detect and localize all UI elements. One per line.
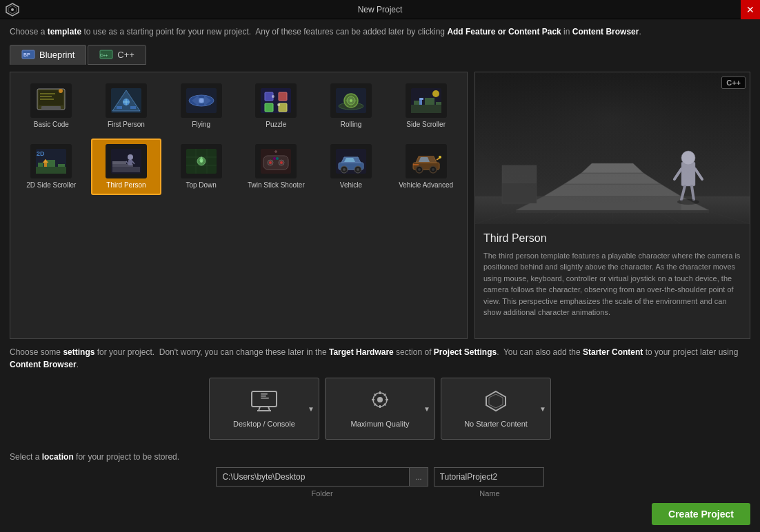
settings-card-no-content[interactable]: No Starter Content ▼	[441, 378, 551, 440]
titlebar-title: New Project	[358, 5, 403, 14]
svg-point-32	[272, 95, 274, 98]
template-icon-basic-code	[30, 83, 72, 118]
svg-rect-29	[279, 92, 287, 101]
create-project-button[interactable]: Create Project	[652, 503, 750, 525]
template-item-flying[interactable]: Flying	[166, 78, 237, 134]
quality-icon	[366, 390, 394, 417]
template-icon-twin-stick	[255, 144, 297, 178]
location-section: Select a location for your project to be…	[10, 452, 750, 498]
template-label-side-scroller: Side Scroller	[406, 121, 446, 129]
preview-title: Third Person	[483, 232, 741, 245]
svg-rect-132	[261, 398, 269, 399]
template-item-rolling[interactable]: Rolling	[316, 78, 387, 134]
template-item-side-scroller[interactable]: Side Scroller	[390, 78, 461, 134]
location-description: Select a location for your project to be…	[10, 452, 750, 462]
svg-marker-144	[489, 394, 503, 408]
template-icon-first-person	[106, 83, 147, 118]
svg-point-142	[377, 397, 383, 402]
svg-text:C++: C++	[100, 53, 108, 57]
project-name-input[interactable]	[434, 467, 544, 487]
svg-rect-42	[411, 105, 441, 113]
template-item-puzzle[interactable]: Puzzle	[241, 78, 312, 134]
template-label-top-down: Top Down	[186, 181, 216, 190]
template-icon-2d-side-scroller: 2D	[30, 144, 72, 178]
template-item-2d-side-scroller[interactable]: 2D 2D Side Scroller	[16, 139, 87, 195]
location-labels: Folder Name	[10, 489, 750, 498]
svg-point-48	[432, 90, 439, 97]
tab-blueprint-label: Blueprint	[39, 50, 74, 60]
template-grid: Basic Code	[16, 78, 461, 195]
svg-rect-51	[38, 163, 43, 167]
titlebar: New Project ✕	[0, 0, 760, 19]
template-icon-puzzle	[255, 83, 297, 118]
template-item-vehicle-advanced[interactable]: Vehicle Advanced	[390, 139, 461, 195]
settings-description: Choose some settings for your project. D…	[10, 346, 750, 371]
svg-point-91	[357, 168, 359, 171]
settings-card-quality[interactable]: Maximum Quality ▼	[325, 378, 435, 440]
template-grid-container[interactable]: Basic Code	[10, 72, 468, 339]
svg-point-98	[418, 168, 421, 171]
folder-path-input[interactable]	[216, 467, 409, 487]
svg-point-101	[439, 156, 441, 158]
template-item-vehicle[interactable]: Vehicle	[316, 139, 387, 195]
folder-label: Folder	[215, 489, 429, 498]
settings-cards: Desktop / Console ▼	[10, 378, 750, 440]
svg-rect-130	[261, 393, 268, 395]
name-label: Name	[434, 489, 545, 498]
svg-rect-102	[413, 164, 419, 165]
template-label-vehicle: Vehicle	[340, 181, 362, 190]
svg-point-99	[432, 168, 434, 171]
tab-cpp[interactable]: C++ C++	[88, 45, 146, 65]
svg-point-61	[128, 154, 133, 160]
template-item-twin-stick[interactable]: Twin Stick Shooter	[241, 139, 312, 195]
svg-rect-47	[419, 98, 423, 100]
template-label-third-person: Third Person	[106, 181, 146, 190]
template-item-third-person[interactable]: Third Person	[91, 139, 162, 195]
svg-point-78	[269, 161, 272, 164]
template-label-2d-side-scroller: 2D Side Scroller	[26, 181, 76, 190]
template-icon-top-down	[181, 144, 222, 178]
svg-text:2D: 2D	[37, 150, 45, 157]
svg-rect-44	[425, 98, 434, 105]
svg-point-26	[199, 99, 203, 103]
svg-rect-131	[261, 396, 266, 397]
template-item-basic-code[interactable]: Basic Code	[16, 78, 87, 134]
template-icon-third-person	[106, 144, 147, 178]
no-content-icon	[482, 390, 510, 417]
description-line: Choose a template to use as a starting p…	[10, 26, 750, 38]
settings-card-no-content-label: No Starter Content	[464, 420, 528, 428]
svg-rect-30	[265, 103, 273, 112]
svg-point-80	[273, 157, 276, 160]
template-label-flying: Flying	[192, 121, 210, 129]
desktop-icon	[250, 390, 278, 417]
app-logo	[6, 3, 19, 17]
settings-card-desktop[interactable]: Desktop / Console ▼	[209, 378, 319, 440]
svg-rect-16	[117, 106, 122, 109]
preview-image: C++	[475, 72, 750, 224]
tab-bar: BP Blueprint C++ C++	[10, 45, 750, 65]
settings-card-quality-label: Maximum Quality	[351, 420, 410, 428]
template-item-top-down[interactable]: Top Down	[166, 139, 237, 195]
svg-rect-62	[128, 160, 132, 165]
tab-blueprint[interactable]: BP Blueprint	[10, 45, 86, 65]
cpp-badge: C++	[721, 76, 746, 89]
svg-rect-58	[112, 167, 140, 172]
svg-rect-55	[44, 163, 47, 167]
svg-point-33	[277, 103, 280, 106]
template-label-rolling: Rolling	[341, 121, 362, 129]
svg-point-73	[200, 160, 203, 163]
preview-info: Third Person The third person template f…	[475, 224, 750, 338]
svg-rect-53	[58, 164, 65, 167]
svg-point-79	[280, 161, 283, 164]
template-icon-vehicle-advanced	[406, 144, 447, 178]
svg-text:BP: BP	[23, 52, 30, 57]
svg-rect-125	[475, 72, 750, 224]
template-item-first-person[interactable]: First Person	[91, 78, 162, 134]
browse-button[interactable]: ...	[409, 467, 428, 487]
main-container: Choose a template to use as a starting p…	[0, 19, 760, 532]
close-button[interactable]: ✕	[741, 0, 760, 19]
settings-card-desktop-arrow: ▼	[308, 405, 314, 413]
svg-rect-75	[263, 156, 288, 170]
template-icon-flying	[181, 83, 222, 118]
tab-cpp-label: C++	[117, 50, 134, 60]
